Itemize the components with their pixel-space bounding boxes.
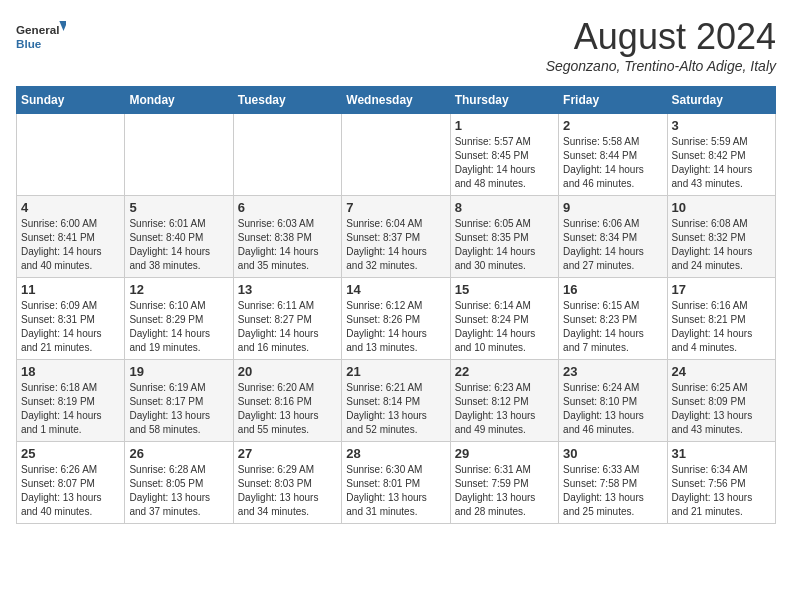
calendar-cell: 14Sunrise: 6:12 AM Sunset: 8:26 PM Dayli… [342,278,450,360]
calendar-cell: 13Sunrise: 6:11 AM Sunset: 8:27 PM Dayli… [233,278,341,360]
calendar-week-4: 18Sunrise: 6:18 AM Sunset: 8:19 PM Dayli… [17,360,776,442]
day-info: Sunrise: 6:01 AM Sunset: 8:40 PM Dayligh… [129,217,228,273]
day-info: Sunrise: 6:24 AM Sunset: 8:10 PM Dayligh… [563,381,662,437]
day-info: Sunrise: 5:59 AM Sunset: 8:42 PM Dayligh… [672,135,771,191]
calendar-cell: 28Sunrise: 6:30 AM Sunset: 8:01 PM Dayli… [342,442,450,524]
day-number: 13 [238,282,337,297]
day-number: 15 [455,282,554,297]
day-info: Sunrise: 6:18 AM Sunset: 8:19 PM Dayligh… [21,381,120,437]
logo-svg: General Blue [16,16,66,56]
day-info: Sunrise: 6:23 AM Sunset: 8:12 PM Dayligh… [455,381,554,437]
svg-text:General: General [16,23,59,36]
day-info: Sunrise: 6:06 AM Sunset: 8:34 PM Dayligh… [563,217,662,273]
calendar-cell: 12Sunrise: 6:10 AM Sunset: 8:29 PM Dayli… [125,278,233,360]
day-info: Sunrise: 6:30 AM Sunset: 8:01 PM Dayligh… [346,463,445,519]
day-number: 1 [455,118,554,133]
day-info: Sunrise: 6:09 AM Sunset: 8:31 PM Dayligh… [21,299,120,355]
logo: General Blue [16,16,66,56]
calendar-cell: 17Sunrise: 6:16 AM Sunset: 8:21 PM Dayli… [667,278,775,360]
day-info: Sunrise: 5:57 AM Sunset: 8:45 PM Dayligh… [455,135,554,191]
calendar-cell: 22Sunrise: 6:23 AM Sunset: 8:12 PM Dayli… [450,360,558,442]
day-info: Sunrise: 6:21 AM Sunset: 8:14 PM Dayligh… [346,381,445,437]
calendar-cell [342,114,450,196]
day-number: 30 [563,446,662,461]
day-number: 20 [238,364,337,379]
calendar-cell: 7Sunrise: 6:04 AM Sunset: 8:37 PM Daylig… [342,196,450,278]
day-header-thursday: Thursday [450,87,558,114]
day-number: 26 [129,446,228,461]
calendar-cell [125,114,233,196]
calendar-cell: 16Sunrise: 6:15 AM Sunset: 8:23 PM Dayli… [559,278,667,360]
svg-text:Blue: Blue [16,37,42,50]
day-number: 17 [672,282,771,297]
day-header-monday: Monday [125,87,233,114]
calendar-cell: 5Sunrise: 6:01 AM Sunset: 8:40 PM Daylig… [125,196,233,278]
day-number: 10 [672,200,771,215]
calendar-cell: 15Sunrise: 6:14 AM Sunset: 8:24 PM Dayli… [450,278,558,360]
day-info: Sunrise: 6:04 AM Sunset: 8:37 PM Dayligh… [346,217,445,273]
day-info: Sunrise: 6:05 AM Sunset: 8:35 PM Dayligh… [455,217,554,273]
day-number: 31 [672,446,771,461]
day-info: Sunrise: 6:08 AM Sunset: 8:32 PM Dayligh… [672,217,771,273]
day-header-wednesday: Wednesday [342,87,450,114]
day-info: Sunrise: 6:33 AM Sunset: 7:58 PM Dayligh… [563,463,662,519]
header: General Blue August 2024 Segonzano, Tren… [16,16,776,74]
calendar-week-5: 25Sunrise: 6:26 AM Sunset: 8:07 PM Dayli… [17,442,776,524]
calendar-cell: 4Sunrise: 6:00 AM Sunset: 8:41 PM Daylig… [17,196,125,278]
day-number: 25 [21,446,120,461]
calendar-cell: 30Sunrise: 6:33 AM Sunset: 7:58 PM Dayli… [559,442,667,524]
calendar-week-2: 4Sunrise: 6:00 AM Sunset: 8:41 PM Daylig… [17,196,776,278]
day-number: 5 [129,200,228,215]
calendar-cell: 20Sunrise: 6:20 AM Sunset: 8:16 PM Dayli… [233,360,341,442]
day-number: 8 [455,200,554,215]
calendar-week-1: 1Sunrise: 5:57 AM Sunset: 8:45 PM Daylig… [17,114,776,196]
day-number: 18 [21,364,120,379]
day-info: Sunrise: 6:28 AM Sunset: 8:05 PM Dayligh… [129,463,228,519]
calendar-cell: 3Sunrise: 5:59 AM Sunset: 8:42 PM Daylig… [667,114,775,196]
day-info: Sunrise: 6:03 AM Sunset: 8:38 PM Dayligh… [238,217,337,273]
day-info: Sunrise: 6:19 AM Sunset: 8:17 PM Dayligh… [129,381,228,437]
day-header-friday: Friday [559,87,667,114]
day-number: 3 [672,118,771,133]
day-info: Sunrise: 6:20 AM Sunset: 8:16 PM Dayligh… [238,381,337,437]
day-info: Sunrise: 6:00 AM Sunset: 8:41 PM Dayligh… [21,217,120,273]
calendar-table: SundayMondayTuesdayWednesdayThursdayFrid… [16,86,776,524]
calendar-cell: 11Sunrise: 6:09 AM Sunset: 8:31 PM Dayli… [17,278,125,360]
calendar-cell: 10Sunrise: 6:08 AM Sunset: 8:32 PM Dayli… [667,196,775,278]
day-number: 21 [346,364,445,379]
day-number: 16 [563,282,662,297]
day-info: Sunrise: 6:10 AM Sunset: 8:29 PM Dayligh… [129,299,228,355]
day-info: Sunrise: 6:25 AM Sunset: 8:09 PM Dayligh… [672,381,771,437]
day-number: 4 [21,200,120,215]
calendar-cell: 24Sunrise: 6:25 AM Sunset: 8:09 PM Dayli… [667,360,775,442]
day-info: Sunrise: 6:26 AM Sunset: 8:07 PM Dayligh… [21,463,120,519]
calendar-cell: 6Sunrise: 6:03 AM Sunset: 8:38 PM Daylig… [233,196,341,278]
calendar-cell: 19Sunrise: 6:19 AM Sunset: 8:17 PM Dayli… [125,360,233,442]
day-number: 7 [346,200,445,215]
calendar-header-row: SundayMondayTuesdayWednesdayThursdayFrid… [17,87,776,114]
day-number: 2 [563,118,662,133]
calendar-cell: 29Sunrise: 6:31 AM Sunset: 7:59 PM Dayli… [450,442,558,524]
day-number: 6 [238,200,337,215]
title-area: August 2024 Segonzano, Trentino-Alto Adi… [546,16,776,74]
day-info: Sunrise: 6:31 AM Sunset: 7:59 PM Dayligh… [455,463,554,519]
day-number: 24 [672,364,771,379]
svg-marker-2 [59,21,66,31]
day-header-saturday: Saturday [667,87,775,114]
day-number: 14 [346,282,445,297]
day-header-sunday: Sunday [17,87,125,114]
subtitle: Segonzano, Trentino-Alto Adige, Italy [546,58,776,74]
calendar-cell: 26Sunrise: 6:28 AM Sunset: 8:05 PM Dayli… [125,442,233,524]
day-number: 11 [21,282,120,297]
calendar-cell: 27Sunrise: 6:29 AM Sunset: 8:03 PM Dayli… [233,442,341,524]
calendar-body: 1Sunrise: 5:57 AM Sunset: 8:45 PM Daylig… [17,114,776,524]
calendar-cell: 9Sunrise: 6:06 AM Sunset: 8:34 PM Daylig… [559,196,667,278]
day-info: Sunrise: 6:11 AM Sunset: 8:27 PM Dayligh… [238,299,337,355]
day-number: 27 [238,446,337,461]
day-info: Sunrise: 6:15 AM Sunset: 8:23 PM Dayligh… [563,299,662,355]
day-number: 28 [346,446,445,461]
day-info: Sunrise: 6:29 AM Sunset: 8:03 PM Dayligh… [238,463,337,519]
calendar-cell: 25Sunrise: 6:26 AM Sunset: 8:07 PM Dayli… [17,442,125,524]
month-title: August 2024 [546,16,776,58]
day-info: Sunrise: 6:12 AM Sunset: 8:26 PM Dayligh… [346,299,445,355]
